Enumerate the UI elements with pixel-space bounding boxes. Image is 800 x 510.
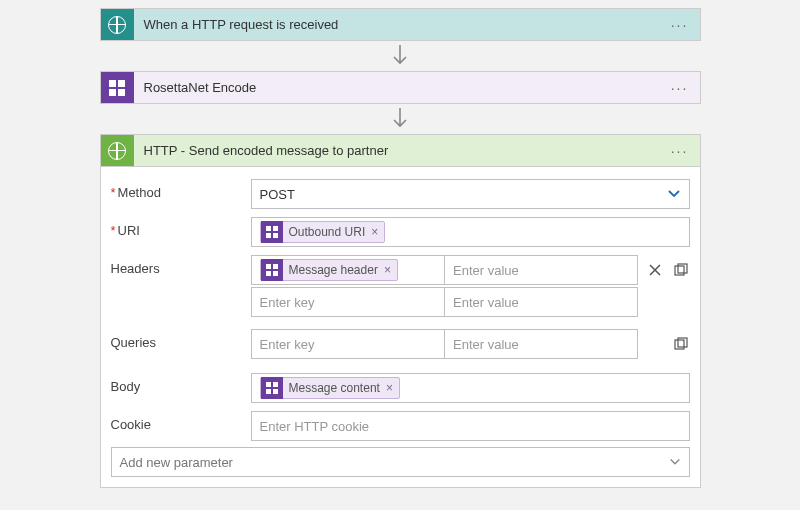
uri-input[interactable]: Outbound URI × xyxy=(251,217,690,247)
uri-token[interactable]: Outbound URI × xyxy=(260,221,386,243)
puzzle-icon xyxy=(101,71,134,104)
queries-label: Queries xyxy=(111,329,251,359)
header-value-input[interactable]: Enter value xyxy=(444,287,638,317)
token-remove-icon[interactable]: × xyxy=(386,381,393,395)
puzzle-icon xyxy=(261,259,283,281)
header-value-input[interactable]: Enter value xyxy=(444,255,638,285)
add-parameter-select[interactable]: Add new parameter xyxy=(111,447,690,477)
http-title: HTTP - Send encoded message to partner xyxy=(134,143,660,158)
rosetta-step[interactable]: RosettaNet Encode ··· xyxy=(100,71,701,104)
flow-arrow xyxy=(100,41,701,71)
chevron-down-icon xyxy=(667,187,681,201)
header-key-token[interactable]: Message header × xyxy=(260,259,398,281)
trigger-step[interactable]: When a HTTP request is received ··· xyxy=(100,8,701,41)
method-select[interactable]: POST xyxy=(251,179,690,209)
query-value-input[interactable]: Enter value xyxy=(444,329,638,359)
uri-label: *URI xyxy=(111,217,251,247)
body-label: Body xyxy=(111,373,251,403)
cookie-label: Cookie xyxy=(111,411,251,441)
token-remove-icon[interactable]: × xyxy=(384,263,391,277)
trigger-more-button[interactable]: ··· xyxy=(660,17,700,33)
puzzle-icon xyxy=(261,221,283,243)
svg-rect-1 xyxy=(678,264,687,273)
globe-icon xyxy=(101,134,134,167)
globe-icon xyxy=(101,8,134,41)
token-remove-icon[interactable]: × xyxy=(371,225,378,239)
delete-row-button[interactable] xyxy=(646,261,664,279)
query-key-input[interactable]: Enter key xyxy=(251,329,445,359)
svg-rect-0 xyxy=(675,266,684,275)
chevron-down-icon xyxy=(669,456,681,468)
puzzle-icon xyxy=(261,377,283,399)
body-token[interactable]: Message content × xyxy=(260,377,400,399)
trigger-title: When a HTTP request is received xyxy=(134,17,660,32)
flow-arrow xyxy=(100,104,701,134)
http-more-button[interactable]: ··· xyxy=(660,143,700,159)
svg-rect-3 xyxy=(678,338,687,347)
method-label: *Method xyxy=(111,179,251,209)
header-key-input[interactable]: Message header × xyxy=(251,255,445,285)
http-step[interactable]: HTTP - Send encoded message to partner ·… xyxy=(100,134,701,167)
svg-rect-2 xyxy=(675,340,684,349)
switch-mode-button[interactable] xyxy=(672,335,690,353)
header-key-input[interactable]: Enter key xyxy=(251,287,445,317)
http-panel: *Method POST *URI Outbound URI × xyxy=(100,167,701,488)
cookie-input[interactable]: Enter HTTP cookie xyxy=(251,411,690,441)
rosetta-more-button[interactable]: ··· xyxy=(660,80,700,96)
body-input[interactable]: Message content × xyxy=(251,373,690,403)
switch-mode-button[interactable] xyxy=(672,261,690,279)
method-value: POST xyxy=(260,187,295,202)
rosetta-title: RosettaNet Encode xyxy=(134,80,660,95)
headers-label: Headers xyxy=(111,255,251,285)
